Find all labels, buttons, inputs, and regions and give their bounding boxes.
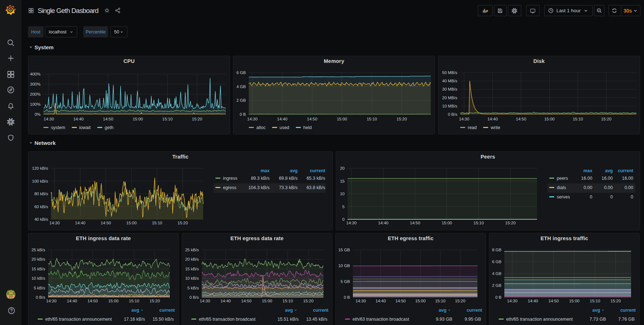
svg-text:15:20: 15:20 [150, 299, 160, 303]
svg-text:25 kB/s: 25 kB/s [32, 248, 46, 252]
svg-text:14:30: 14:30 [44, 117, 54, 121]
svg-text:14:50: 14:50 [88, 299, 98, 303]
svg-text:5: 5 [342, 205, 345, 209]
svg-text:14:50: 14:50 [549, 299, 559, 303]
svg-text:15 kB/s: 15 kB/s [185, 267, 199, 271]
svg-text:400%: 400% [30, 72, 41, 76]
svg-text:14:30: 14:30 [200, 299, 210, 303]
svg-text:14:30: 14:30 [46, 299, 57, 303]
svg-text:14:40: 14:40 [378, 221, 388, 225]
svg-text:80 kB/s: 80 kB/s [34, 192, 48, 196]
svg-text:14:30: 14:30 [346, 221, 357, 225]
svg-text:0 B: 0 B [495, 295, 502, 299]
svg-text:10 GB: 10 GB [338, 264, 350, 268]
svg-text:14:30: 14:30 [50, 221, 60, 225]
svg-text:5 GB: 5 GB [341, 279, 350, 284]
svg-text:0 B: 0 B [240, 112, 246, 116]
svg-text:15:10: 15:10 [129, 299, 139, 303]
svg-text:10 kB/s: 10 kB/s [32, 276, 46, 280]
svg-text:15:20: 15:20 [192, 117, 202, 121]
svg-text:15:00: 15:00 [442, 221, 452, 225]
svg-text:15:10: 15:10 [473, 221, 484, 225]
svg-text:15:00: 15:00 [132, 117, 143, 121]
svg-text:15:00: 15:00 [337, 117, 347, 121]
svg-text:20 kB/s: 20 kB/s [32, 257, 46, 261]
svg-text:15:10: 15:10 [152, 221, 162, 225]
svg-text:14:50: 14:50 [101, 221, 111, 225]
svg-text:15:00: 15:00 [262, 299, 272, 303]
svg-text:15:20: 15:20 [455, 299, 466, 303]
svg-text:14:40: 14:40 [67, 299, 77, 303]
svg-text:5 kB/s: 5 kB/s [187, 286, 199, 290]
svg-text:15:00: 15:00 [569, 299, 579, 303]
svg-text:15:00: 15:00 [108, 299, 118, 303]
svg-text:15:10: 15:10 [162, 117, 173, 121]
svg-text:60 kB/s: 60 kB/s [34, 205, 48, 209]
svg-text:0 B/s: 0 B/s [190, 295, 199, 299]
svg-text:14:40: 14:40 [277, 117, 288, 121]
svg-text:14:50: 14:50 [307, 117, 317, 121]
svg-text:14:30: 14:30 [507, 299, 518, 303]
svg-text:14:50: 14:50 [516, 117, 526, 121]
svg-text:0%: 0% [34, 112, 41, 116]
svg-text:100%: 100% [30, 102, 41, 106]
svg-text:6 GB: 6 GB [492, 260, 502, 264]
svg-text:15 GB: 15 GB [338, 248, 350, 252]
svg-text:15:20: 15:20 [505, 221, 516, 225]
svg-text:14:40: 14:40 [73, 117, 84, 121]
svg-text:15:10: 15:10 [367, 117, 377, 121]
svg-text:15:00: 15:00 [415, 299, 426, 303]
svg-text:15:10: 15:10 [590, 299, 600, 303]
svg-text:20 MB/s: 20 MB/s [442, 96, 457, 100]
svg-text:5 kB/s: 5 kB/s [34, 286, 45, 290]
svg-text:40 MB/s: 40 MB/s [442, 79, 457, 83]
svg-text:15 kB/s: 15 kB/s [32, 267, 46, 271]
svg-text:14:30: 14:30 [247, 117, 258, 121]
svg-text:14:40: 14:40 [75, 221, 85, 225]
svg-text:15:20: 15:20 [303, 299, 314, 303]
svg-text:25 kB/s: 25 kB/s [185, 248, 199, 252]
svg-text:40 kB/s: 40 kB/s [34, 217, 48, 221]
svg-text:15:10: 15:10 [283, 299, 293, 303]
svg-text:14:50: 14:50 [103, 117, 113, 121]
svg-text:2 GB: 2 GB [492, 283, 502, 288]
svg-text:8 GB: 8 GB [492, 248, 502, 252]
svg-text:0 B: 0 B [344, 295, 350, 299]
svg-text:4 GB: 4 GB [237, 84, 246, 89]
svg-text:14:40: 14:40 [220, 299, 231, 303]
svg-text:15:00: 15:00 [126, 221, 137, 225]
svg-text:14:50: 14:50 [410, 221, 420, 225]
svg-text:0 B/s: 0 B/s [448, 112, 457, 116]
svg-text:15:20: 15:20 [178, 221, 188, 225]
svg-text:15:00: 15:00 [544, 117, 555, 121]
svg-text:20 kB/s: 20 kB/s [185, 257, 199, 261]
svg-text:14:40: 14:40 [487, 117, 498, 121]
svg-text:15:20: 15:20 [397, 117, 407, 121]
svg-text:14:40: 14:40 [375, 299, 386, 303]
svg-text:14:40: 14:40 [528, 299, 538, 303]
svg-text:14:30: 14:30 [356, 299, 366, 303]
svg-text:0: 0 [342, 217, 345, 221]
svg-text:2 GB: 2 GB [237, 98, 246, 102]
svg-text:15:10: 15:10 [435, 299, 445, 303]
svg-text:14:50: 14:50 [241, 299, 252, 303]
svg-text:14:30: 14:30 [459, 117, 470, 121]
svg-text:10 MB/s: 10 MB/s [442, 104, 457, 108]
svg-text:15:20: 15:20 [601, 117, 612, 121]
svg-text:4 GB: 4 GB [492, 271, 502, 276]
svg-text:15:20: 15:20 [611, 299, 621, 303]
svg-text:30 MB/s: 30 MB/s [442, 87, 457, 91]
svg-text:200%: 200% [30, 92, 41, 96]
svg-text:0 B/s: 0 B/s [36, 295, 45, 299]
svg-text:50 MB/s: 50 MB/s [442, 70, 457, 75]
svg-text:15:10: 15:10 [573, 117, 583, 121]
svg-text:300%: 300% [30, 82, 41, 86]
svg-text:6 GB: 6 GB [237, 70, 246, 75]
svg-text:14:50: 14:50 [395, 299, 406, 303]
svg-text:10 kB/s: 10 kB/s [185, 276, 199, 280]
